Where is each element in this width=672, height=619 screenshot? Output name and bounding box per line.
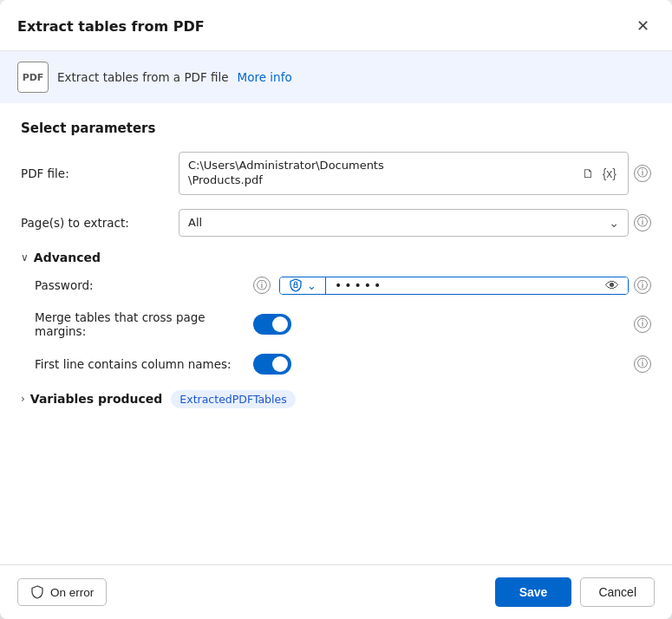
merge-tables-info[interactable]: ⓘ xyxy=(634,316,651,333)
variables-section: › Variables produced ExtractedPDFTables xyxy=(21,390,651,408)
advanced-rows: Password: ⓘ ⌄ xyxy=(21,277,651,375)
password-type-selector[interactable]: ⌄ xyxy=(280,277,326,294)
variables-toggle[interactable]: › Variables produced xyxy=(21,392,162,406)
chevron-down-icon: ⌄ xyxy=(307,279,316,292)
password-label: Password: xyxy=(35,278,243,292)
pdf-file-label: PDF file: xyxy=(21,166,168,180)
extract-tables-dialog: Extract tables from PDF ✕ PDF Extract ta… xyxy=(0,0,672,619)
advanced-label: Advanced xyxy=(34,251,101,264)
advanced-chevron-icon: ∨ xyxy=(21,251,29,264)
first-line-control xyxy=(253,354,623,375)
first-line-info[interactable]: ⓘ xyxy=(634,355,651,373)
merge-tables-toggle[interactable] xyxy=(253,314,291,335)
shield-lock-icon xyxy=(289,278,303,292)
pages-value: All xyxy=(188,216,202,229)
file-input-icons: 🗋 {x} xyxy=(579,165,619,182)
merge-tables-row: Merge tables that cross page margins: ⓘ xyxy=(35,310,651,338)
pages-dropdown-arrow: ⌄ xyxy=(609,216,619,230)
pages-row: Page(s) to extract: All ⌄ ⓘ xyxy=(21,209,651,237)
file-browse-button[interactable]: 🗋 xyxy=(579,165,597,182)
password-field[interactable]: ••••• 👁 xyxy=(326,277,628,294)
footer-right: Save Cancel xyxy=(495,577,655,607)
pdf-icon: PDF xyxy=(17,62,49,93)
dialog-footer: On error Save Cancel xyxy=(0,565,672,619)
merge-tables-label: Merge tables that cross page margins: xyxy=(35,310,243,338)
dialog-body: Select parameters PDF file: C:\Users\Adm… xyxy=(0,103,672,564)
pdf-file-info-button[interactable]: ⓘ xyxy=(634,165,651,182)
info-banner: PDF Extract tables from a PDF file More … xyxy=(0,51,672,103)
advanced-section: ∨ Advanced Password: ⓘ xyxy=(21,251,651,375)
variables-chevron-icon: › xyxy=(21,393,25,405)
pages-label: Page(s) to extract: xyxy=(21,216,168,230)
pdf-file-row: PDF file: C:\Users\Administrator\Documen… xyxy=(21,152,651,195)
variable-insert-button[interactable]: {x} xyxy=(600,165,619,182)
shield-icon xyxy=(30,585,44,599)
password-info-right[interactable]: ⓘ xyxy=(634,277,651,294)
on-error-button[interactable]: On error xyxy=(17,578,107,606)
dialog-header: Extract tables from PDF ✕ xyxy=(0,0,672,51)
password-control: ⓘ ⌄ ••••• xyxy=(253,277,651,295)
on-error-label: On error xyxy=(50,586,94,599)
show-password-icon[interactable]: 👁 xyxy=(605,277,619,294)
first-line-row: First line contains column names: ⓘ xyxy=(35,354,651,375)
pdf-file-path: C:\Users\Administrator\Documents \Produc… xyxy=(188,159,384,188)
cancel-button[interactable]: Cancel xyxy=(580,577,655,607)
pages-info-button[interactable]: ⓘ xyxy=(634,214,651,231)
section-title: Select parameters xyxy=(21,121,651,136)
save-button[interactable]: Save xyxy=(495,577,572,607)
password-row: Password: ⓘ ⌄ xyxy=(35,277,651,295)
first-line-label: First line contains column names: xyxy=(35,357,243,371)
pdf-file-control: C:\Users\Administrator\Documents \Produc… xyxy=(179,152,651,195)
variable-badge[interactable]: ExtractedPDFTables xyxy=(171,390,295,408)
password-input-wrapper: ⌄ ••••• 👁 xyxy=(279,277,629,295)
close-button[interactable]: ✕ xyxy=(630,14,655,38)
advanced-toggle[interactable]: ∨ Advanced xyxy=(21,251,651,264)
first-line-toggle[interactable] xyxy=(253,354,291,375)
pdf-file-input[interactable]: C:\Users\Administrator\Documents \Produc… xyxy=(179,152,629,195)
pages-dropdown[interactable]: All ⌄ xyxy=(179,209,629,237)
variables-label: Variables produced xyxy=(30,392,163,406)
svg-rect-0 xyxy=(294,284,297,288)
banner-text: Extract tables from a PDF file xyxy=(57,70,229,84)
dialog-title: Extract tables from PDF xyxy=(17,18,205,35)
more-info-link[interactable]: More info xyxy=(238,70,292,84)
password-dots: ••••• xyxy=(335,278,383,292)
password-info-left[interactable]: ⓘ xyxy=(253,277,271,294)
merge-tables-control xyxy=(253,314,623,335)
pages-control: All ⌄ ⓘ xyxy=(179,209,651,237)
